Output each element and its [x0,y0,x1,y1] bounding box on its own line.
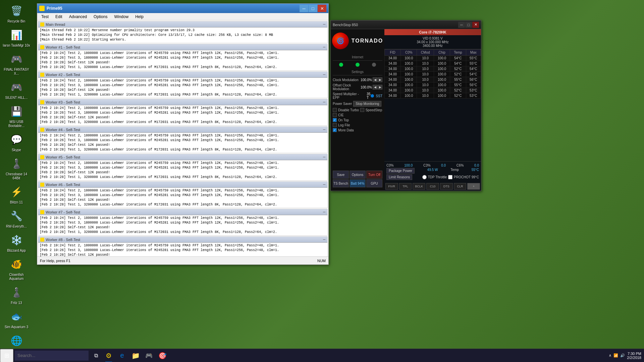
worker-7-minimize[interactable]: ─ [323,210,325,214]
taskbar-search-input[interactable] [15,351,89,361]
bclk-button[interactable]: BCLK [413,183,425,190]
worker-8-header: Worker #8 - Self-Test ─ [38,237,327,243]
cpu-cell-6-3: 10.0 [417,82,434,88]
taskbar-prime95-app[interactable]: ⚙ [102,349,115,362]
tpl-button[interactable]: TPL [399,183,412,190]
menu-window[interactable]: Window [111,14,131,20]
cpu-cell-7-2: 100.0 [401,88,417,93]
taskbar-msi-app[interactable]: 🎮 [142,349,156,362]
worker-6-minimize[interactable]: ─ [323,183,325,186]
prime95-maximize-button[interactable]: □ [309,5,317,12]
msiusb-icon: 💾 [8,103,24,119]
skype-label: Skype [12,148,21,152]
offset-left-button[interactable]: ◀ [373,85,377,89]
package-power-button[interactable]: Package Power [386,168,415,174]
c10-button[interactable]: C10 [426,183,439,190]
offset-right-button[interactable]: ▶ [378,85,382,89]
taskbar-edge-app[interactable]: e [115,349,129,362]
disable-turbo-checkbox[interactable] [333,108,337,112]
sst-label: SST [376,94,382,98]
sidebar-item-sim-aquarium[interactable]: 🐟 Sim Aquarium 3 [1,307,32,330]
worker-3-minimize[interactable]: ─ [323,100,325,104]
prime95-menubar: Test Edit Advanced Options Window Help [37,13,328,20]
worker-2-minimize[interactable]: ─ [323,73,325,76]
sidebar-item-chessbase[interactable]: ♟️ Chessbase 14 64Bit [1,154,32,182]
cpu-table-row-3: 34.00100.010.0100.052°C54°C [385,66,481,72]
menu-test[interactable]: Test [39,14,51,20]
extra-button[interactable]: + [467,183,480,190]
worker-1-header: Worker #1 - Self-Test ─ [38,44,327,50]
benchstop-minimize-button[interactable]: ─ [458,22,465,28]
limit-reasons-button[interactable]: Limit Reasons [386,174,412,180]
on-top-checkbox[interactable]: ✓ [333,118,337,122]
worker-4-title: Worker #4 - Self-Test [46,128,80,132]
more-data-checkbox[interactable]: ✓ [333,128,337,132]
benchstop-close-button[interactable]: ✕ [472,22,479,28]
worker-2-title: Worker #2 - Self-Test [46,73,80,77]
action-buttons-row1: Save Options Turn Off [333,171,382,179]
task-view-button[interactable]: ⧉ [90,350,102,362]
speedstep-checkbox[interactable] [360,108,364,112]
dts-button[interactable]: DTS [440,183,453,190]
menu-edit[interactable]: Edit [53,14,65,20]
save-button[interactable]: Save [333,171,349,179]
worker-1-line: [Feb 2 19:28] Test 1, 3200000 Lucas-Lehm… [40,65,326,70]
cpu-cell-1-3: 10.0 [417,56,434,61]
taskbar-explorer-app[interactable]: 📁 [129,349,142,362]
worker-1-line: [Feb 2 19:26] Test 3, 1800000 Lucas-Lehm… [40,56,326,60]
sidebar-item-final-fantasy[interactable]: 🎮 FINAL FANTASY X... [1,50,32,77]
menu-advanced[interactable]: Advanced [66,14,90,20]
prime95-minimize-button[interactable]: ─ [300,5,308,12]
sidebar-item-iarsn[interactable]: 📊 Iarsn TaskMgr 10x [1,25,32,49]
cpu-cell-5-1: 34.00 [385,77,401,82]
menu-options[interactable]: Options [91,14,110,20]
log-file-checkbox[interactable] [333,123,337,127]
sidebar-item-fritz[interactable]: ♟️ Fritz 13 [1,283,32,306]
menu-help[interactable]: Help [132,14,146,20]
worker-5-minimize[interactable]: ─ [323,155,325,159]
worker-8-icon [40,238,44,242]
benchstop-titlebar[interactable]: BenchStop 850 ─ □ ✕ [331,20,481,29]
start-button[interactable]: ⊞ [0,349,13,362]
fivr-button[interactable]: FIVR [385,183,398,190]
sidebar-item-blitzn[interactable]: ⚡ Blitzn 11 [1,182,32,206]
worker-5-line: [Feb 2 19:24] Test 2, 1800000 Lucas-Lehm… [40,161,326,166]
worker-8-minimize[interactable]: ─ [323,238,325,241]
sidebar-item-clownfish[interactable]: 🐠 Clownfish Aquarium [1,255,32,282]
clock-mod-left-button[interactable]: ◀ [373,77,377,82]
options-button[interactable]: Options [350,171,366,179]
worker-6-body: [Feb 2 19:24] Test 2, 1800000 Lucas-Lehm… [38,188,327,208]
worker-3-icon [40,100,44,104]
cie-checkbox[interactable] [333,113,337,117]
sidebar-item-silent-hill[interactable]: 🎮 SILENT HILL... [1,78,32,101]
prime95-titlebar[interactable]: Prime95 ─ □ ✕ [37,4,328,13]
worker-4-minimize[interactable]: ─ [323,128,325,131]
cpu-cell-6-5: 55°C [450,82,466,88]
clock-mod-right-button[interactable]: ▶ [378,77,382,82]
sidebar-item-skype[interactable]: 💬 Skype [1,130,32,154]
clr-button[interactable]: CLR [454,183,467,190]
sidebar-item-recycle-bin[interactable]: 🗑️ Recycle Bin [1,1,32,25]
sidebar-item-rw[interactable]: 🔧 RW-Everyth... [1,206,32,230]
worker-1-minimize[interactable]: ─ [323,45,325,49]
benchstop-maximize-button[interactable]: □ [465,22,472,28]
turn-off-button[interactable]: Turn Off [366,171,382,179]
prime95-close-button[interactable]: ✕ [318,5,326,12]
clock-date: 2/2/2018 [627,356,641,360]
left-bottom-buttons: Save Options Turn Off TS Bench Batt 94% … [333,171,382,187]
tray-arrow[interactable]: ∧ [609,353,611,358]
main-thread-minimize[interactable]: ─ [323,22,325,26]
gpu-button[interactable]: GPU [366,179,382,187]
sidebar-item-blizzard[interactable]: ❄️ Blizzard App [1,231,32,254]
worker-7-line: [Feb 2 19:24] Test 2, 1800000 Lucas-Lehm… [40,216,326,221]
sidebar-item-msiusb[interactable]: 💾 MSI USB Bootable... [1,102,32,129]
ts-bench-button[interactable]: TS Bench [333,179,349,187]
benchstop-controls: ─ □ ✕ [458,22,479,28]
taskbar-other-app[interactable]: 🎯 [156,349,169,362]
stop-monitoring-button[interactable]: Stop Monitoring [353,101,381,107]
prochot-checkbox[interactable] [448,175,452,179]
cie-row: CIE [333,113,382,117]
batt-button[interactable]: Batt 94% [350,179,366,187]
silent-hill-icon: 🎮 [8,79,24,95]
tdp-throttle-radio[interactable] [422,175,427,179]
